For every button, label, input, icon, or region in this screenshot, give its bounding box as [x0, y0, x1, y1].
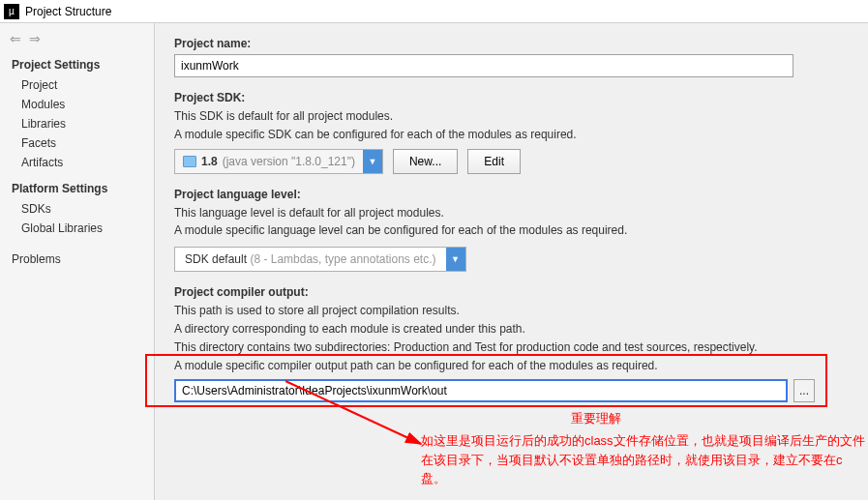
sidebar: ⇐ ⇒ Project Settings Project Modules Lib… [0, 23, 155, 500]
output-desc-2: A directory corresponding to each module… [174, 321, 849, 338]
content-panel: Project name: Project SDK: This SDK is d… [155, 23, 868, 500]
project-name-input[interactable] [174, 54, 793, 77]
output-path-input[interactable] [174, 379, 788, 402]
sdk-desc-1: This SDK is default for all project modu… [174, 108, 849, 125]
sidebar-item-global-libraries[interactable]: Global Libraries [0, 219, 154, 238]
output-label: Project compiler output: [174, 285, 849, 299]
output-desc-1: This path is used to store all project c… [174, 303, 849, 319]
window-title: Project Structure [25, 5, 111, 18]
browse-button[interactable]: ... [793, 379, 815, 402]
lang-selected-hint: (8 - Lambdas, type annotations etc.) [250, 252, 435, 266]
output-desc-4: A module specific compiler output path c… [174, 358, 849, 374]
title-bar: µ Project Structure [0, 0, 868, 23]
sidebar-heading-platform: Platform Settings [0, 178, 154, 199]
annotation-body: 如这里是项目运行后的成功的class文件存储位置，也就是项目编译后生产的文件在该… [421, 431, 866, 488]
sdk-edit-button[interactable]: Edit [467, 149, 521, 174]
output-desc-3: This directory contains two subdirectori… [174, 339, 849, 356]
sidebar-item-artifacts[interactable]: Artifacts [0, 153, 154, 172]
nav-arrows: ⇐ ⇒ [0, 27, 154, 54]
sidebar-item-facets[interactable]: Facets [0, 133, 154, 153]
lang-desc-1: This language level is default for all p… [174, 205, 849, 221]
lang-selected: SDK default [185, 252, 247, 266]
sdk-selected-hint: (java version "1.8.0_121") [223, 155, 355, 168]
sidebar-heading-project: Project Settings [0, 54, 154, 75]
sdk-selected: 1.8 [201, 155, 218, 168]
chevron-down-icon[interactable]: ▼ [363, 150, 382, 173]
sidebar-item-project[interactable]: Project [0, 75, 154, 95]
sidebar-item-libraries[interactable]: Libraries [0, 114, 154, 133]
sdk-desc-2: A module specific SDK can be configured … [174, 127, 849, 143]
sidebar-item-problems[interactable]: Problems [0, 250, 154, 269]
lang-combo[interactable]: SDK default (8 - Lambdas, type annotatio… [174, 247, 466, 272]
chevron-down-icon[interactable]: ▼ [446, 248, 465, 271]
project-name-label: Project name: [174, 37, 849, 50]
lang-level-label: Project language level: [174, 188, 849, 201]
sidebar-item-modules[interactable]: Modules [0, 95, 154, 114]
sdk-combo[interactable]: 1.8 (java version "1.8.0_121") ▼ [174, 149, 383, 174]
back-arrow-icon[interactable]: ⇐ [10, 31, 21, 46]
disk-icon [183, 156, 196, 167]
annotation-title: 重要理解 [571, 410, 621, 427]
lang-desc-2: A module specific language level can be … [174, 222, 849, 239]
app-icon: µ [4, 4, 19, 19]
forward-arrow-icon[interactable]: ⇒ [29, 31, 41, 46]
project-sdk-label: Project SDK: [174, 91, 849, 104]
sidebar-item-sdks[interactable]: SDKs [0, 199, 154, 219]
sdk-new-button[interactable]: New... [393, 149, 458, 174]
